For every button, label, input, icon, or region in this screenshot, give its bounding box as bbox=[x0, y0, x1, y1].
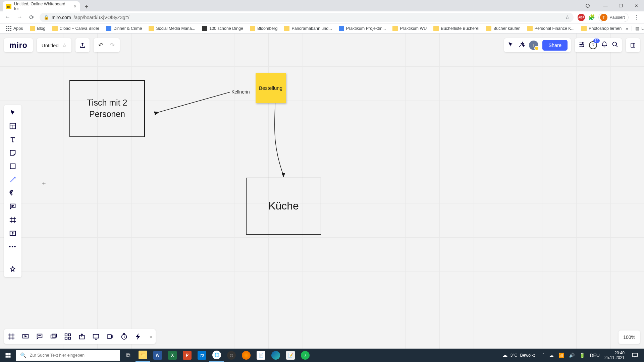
screen-icon[interactable] bbox=[92, 333, 100, 341]
apps-shortcut[interactable]: Apps bbox=[3, 24, 26, 33]
url-field[interactable]: 🔒 miro.com/app/board/uXjVOf8yZ3g=/ ☆ bbox=[40, 13, 574, 22]
bookmark-item[interactable]: 100 schöne Dinge bbox=[199, 24, 246, 33]
powerpoint-icon[interactable]: P bbox=[180, 349, 195, 362]
language-indicator[interactable]: DEU bbox=[590, 353, 600, 358]
record-icon[interactable] bbox=[106, 333, 114, 341]
weather-widget[interactable]: ☁ 3°C Bewölkt bbox=[502, 352, 535, 359]
bookmark-item[interactable]: Personal Finance K... bbox=[525, 24, 578, 33]
task-view-icon[interactable]: ⧉ bbox=[121, 349, 136, 362]
file-explorer-icon[interactable]: 📁 bbox=[136, 349, 150, 362]
maximize-button[interactable]: ❐ bbox=[613, 0, 629, 11]
bookmark-item[interactable]: Blog bbox=[27, 24, 48, 33]
browser-tab[interactable]: m Untitled, Online Whiteboard for × bbox=[3, 1, 80, 11]
zoom-indicator[interactable]: 100% bbox=[619, 330, 640, 344]
adblock-icon[interactable]: ABP bbox=[578, 14, 585, 21]
reload-button[interactable]: ⟳ bbox=[28, 13, 36, 21]
minimize-button[interactable]: — bbox=[598, 0, 613, 11]
action-center-icon[interactable] bbox=[629, 353, 641, 358]
chrome-menu-icon[interactable]: ⋮ bbox=[632, 14, 641, 21]
comments-panel-icon[interactable] bbox=[36, 333, 44, 341]
edge-icon[interactable] bbox=[268, 349, 283, 362]
wifi-icon[interactable]: 📶 bbox=[558, 353, 564, 358]
upload-tool[interactable] bbox=[7, 229, 18, 238]
excel-icon[interactable]: X bbox=[165, 349, 180, 362]
board-title-card[interactable]: Untitled ☆ bbox=[37, 38, 71, 52]
star-icon[interactable]: ☆ bbox=[62, 42, 67, 49]
frames-panel-icon[interactable] bbox=[7, 333, 15, 341]
account-dot-icon[interactable] bbox=[586, 4, 590, 8]
volume-icon[interactable]: 🔊 bbox=[569, 353, 575, 358]
bookmark-star-icon[interactable]: ☆ bbox=[565, 14, 570, 20]
side-panel-button[interactable] bbox=[626, 38, 640, 52]
search-icon[interactable] bbox=[612, 41, 619, 49]
sticky-note-tool[interactable] bbox=[7, 148, 18, 157]
bookmark-item[interactable]: Panoramabahn und... bbox=[281, 24, 334, 33]
bookmark-item[interactable]: Bücher kaufen bbox=[483, 24, 523, 33]
present-icon[interactable] bbox=[21, 333, 30, 341]
connector-arrow-2[interactable] bbox=[268, 103, 295, 180]
back-button[interactable]: ← bbox=[3, 13, 11, 21]
profile-button[interactable]: T Pausiert bbox=[598, 13, 629, 22]
cursors-icon[interactable] bbox=[507, 41, 514, 50]
timer-icon[interactable] bbox=[120, 333, 128, 341]
help-button[interactable]: ? 14 bbox=[589, 41, 597, 49]
redo-button[interactable]: ↷ bbox=[108, 42, 117, 49]
start-button[interactable] bbox=[0, 349, 16, 362]
shape-rectangle-tisch[interactable]: Tisch mit 2 Personen bbox=[69, 80, 145, 137]
notifications-icon[interactable] bbox=[601, 41, 608, 49]
sticky-note-bestellung[interactable]: Bestellung bbox=[256, 73, 286, 103]
export-button[interactable] bbox=[75, 38, 90, 52]
bookmark-item[interactable]: Bloomberg bbox=[247, 24, 280, 33]
pen-tool[interactable] bbox=[7, 189, 18, 197]
miro-logo-button[interactable]: miro bbox=[4, 38, 33, 52]
reading-list-button[interactable]: ▤ Leseliste bbox=[632, 26, 644, 31]
connector-arrow-1[interactable] bbox=[154, 89, 231, 119]
shape-rectangle-kueche[interactable]: Küche bbox=[246, 178, 321, 235]
reactions-icon[interactable] bbox=[518, 41, 525, 50]
bookmark-item[interactable]: Dinner & Crime bbox=[103, 24, 145, 33]
bookmark-item[interactable]: Bücherliste Bücherei bbox=[431, 24, 482, 33]
close-tab-icon[interactable]: × bbox=[74, 4, 76, 9]
frame-tool[interactable] bbox=[7, 216, 18, 224]
calendar-icon[interactable]: 73 bbox=[195, 349, 209, 362]
extensions-icon[interactable]: 🧩 bbox=[588, 14, 595, 20]
spotify-icon[interactable]: ♪ bbox=[298, 349, 313, 362]
bookmark-item[interactable]: Photoshop lernen bbox=[579, 24, 624, 33]
taskbar-search[interactable]: 🔍 Zur Suche Text hier eingeben bbox=[16, 350, 120, 361]
templates-tool[interactable] bbox=[7, 122, 18, 130]
cards-icon[interactable] bbox=[50, 333, 58, 341]
new-tab-button[interactable]: + bbox=[82, 2, 91, 11]
text-kellnerin[interactable]: Kellnerin bbox=[231, 89, 250, 95]
more-tools[interactable]: ••• bbox=[7, 242, 18, 251]
grid-icon[interactable] bbox=[64, 333, 72, 341]
select-tool[interactable] bbox=[7, 108, 18, 117]
bookmark-item[interactable]: Praktikum WU bbox=[390, 24, 429, 33]
notes-icon[interactable]: 📄 bbox=[254, 349, 268, 362]
share-button[interactable]: Share bbox=[542, 40, 568, 51]
firefox-icon[interactable] bbox=[239, 349, 254, 362]
word-icon[interactable]: W bbox=[150, 349, 165, 362]
undo-button[interactable]: ↶ bbox=[96, 42, 106, 49]
text-tool[interactable] bbox=[7, 135, 18, 144]
battery-icon[interactable]: 🔋 bbox=[579, 353, 585, 358]
bookmarks-overflow-icon[interactable]: » bbox=[626, 26, 628, 31]
comment-tool[interactable] bbox=[7, 202, 18, 211]
tray-expand-icon[interactable]: ˄ bbox=[542, 353, 544, 358]
line-tool[interactable] bbox=[7, 175, 18, 184]
clock[interactable]: 20:40 25.11.2021 bbox=[604, 351, 625, 360]
collapse-toolbar-icon[interactable]: « bbox=[150, 334, 152, 339]
close-window-button[interactable]: ✕ bbox=[629, 0, 644, 11]
settings-icon[interactable] bbox=[578, 41, 585, 50]
bolt-icon[interactable] bbox=[134, 333, 142, 341]
shape-tool[interactable] bbox=[7, 162, 18, 171]
notepad-icon[interactable]: 📝 bbox=[283, 349, 298, 362]
obs-icon[interactable]: ◎ bbox=[224, 349, 239, 362]
apps-tool[interactable] bbox=[7, 265, 18, 274]
user-avatar[interactable]: T bbox=[529, 41, 538, 50]
bookmark-item[interactable]: Praktikum Projektm... bbox=[336, 24, 389, 33]
bookmark-item[interactable]: Social Media Mana... bbox=[146, 24, 198, 33]
forward-button[interactable]: → bbox=[15, 13, 23, 21]
chrome-icon[interactable]: 🌐 bbox=[209, 349, 224, 362]
bookmark-item[interactable]: Cload + Canva Bilder bbox=[50, 24, 102, 33]
onedrive-icon[interactable]: ☁ bbox=[549, 353, 554, 358]
